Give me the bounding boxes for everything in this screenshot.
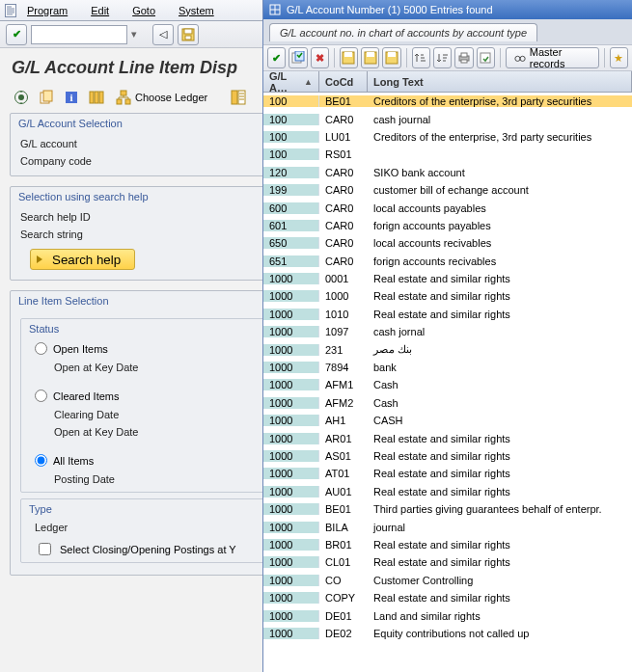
- continue-button[interactable]: ✔: [267, 47, 286, 68]
- table-row[interactable]: 1000AT01Real estate and similar rights: [263, 465, 632, 482]
- table-row[interactable]: 1000CL01Real estate and similar rights: [263, 553, 632, 571]
- table-row[interactable]: 10007894bank: [263, 359, 632, 376]
- table-row[interactable]: 1000COPYReal estate and similar rights: [263, 589, 632, 606]
- cell-gl: 1000: [263, 450, 319, 462]
- menu-edit[interactable]: Edit: [91, 5, 109, 16]
- cell-gl: 1000: [263, 309, 319, 320]
- cell-long: Cash: [368, 379, 632, 390]
- table-row[interactable]: 1000BE01Third parties giving guarantees …: [263, 500, 632, 518]
- data-sources-button[interactable]: [87, 88, 106, 107]
- table-row[interactable]: 1000BR01Real estate and similar rights: [263, 536, 632, 553]
- favorite-button[interactable]: ★: [610, 47, 628, 68]
- save-button[interactable]: [178, 24, 199, 45]
- table-row[interactable]: 100CAR0cash journal: [263, 110, 632, 127]
- table-row[interactable]: 100RS01: [263, 146, 632, 163]
- cell-cocd: CAR0: [319, 237, 368, 249]
- col-long[interactable]: Long Text: [368, 71, 632, 92]
- table-row[interactable]: 1000231بنك مصر: [263, 340, 632, 358]
- svg-rect-33: [388, 52, 396, 57]
- radio-cleared-items[interactable]: [35, 390, 47, 402]
- print-button[interactable]: [454, 47, 473, 68]
- table-row[interactable]: 10001010Real estate and similar rights: [263, 306, 632, 323]
- cell-gl: 1000: [263, 539, 319, 551]
- table-row[interactable]: 1000DE01Land and similar rights: [263, 606, 632, 624]
- back-button[interactable]: ◁: [152, 24, 174, 45]
- command-input[interactable]: [31, 25, 127, 44]
- table-row[interactable]: 1000AFM2Cash: [263, 394, 632, 412]
- svg-rect-31: [367, 52, 374, 57]
- table-row[interactable]: 1000AFM1Cash: [263, 376, 632, 393]
- cell-long: Real estate and similar rights: [368, 273, 632, 284]
- choose-ledger-button[interactable]: Choose Ledger: [116, 90, 207, 105]
- cell-gl: 1000: [263, 379, 319, 390]
- cell-long: forign accounts recivables: [368, 255, 632, 267]
- table-row[interactable]: 1000BILAjournal: [263, 518, 632, 535]
- radio-open-items[interactable]: [35, 342, 47, 355]
- cell-cocd: 7894: [319, 362, 368, 373]
- save2-button[interactable]: [361, 47, 379, 68]
- table-row[interactable]: 651CAR0forign accounts recivables: [263, 253, 632, 270]
- table-row[interactable]: 1000COCustomer Controlling: [263, 572, 632, 589]
- svg-rect-3: [185, 36, 191, 40]
- table-row[interactable]: 120CAR0SIKO bank account: [263, 164, 632, 181]
- popup-tab[interactable]: G/L account no. in chart of accounts by …: [269, 23, 537, 41]
- cell-cocd: CAR0: [319, 184, 368, 196]
- menu-system[interactable]: System: [179, 5, 214, 16]
- cell-gl: 1000: [263, 468, 319, 479]
- search-help-popup: G/L Account Number (1) 5000 Entries foun…: [262, 0, 632, 672]
- table-row[interactable]: 1000AS01Real estate and similar rights: [263, 447, 632, 465]
- cell-cocd: 1010: [319, 309, 368, 320]
- cell-gl: 1000: [263, 575, 319, 586]
- popup-titlebar: G/L Account Number (1) 5000 Entries foun…: [263, 0, 632, 19]
- search-help-button-label: Search help: [52, 253, 121, 267]
- info-button[interactable]: i: [62, 88, 81, 107]
- accept-button[interactable]: ✔: [6, 24, 27, 45]
- table-row[interactable]: 1000DE02Equity contributions not called …: [263, 625, 632, 642]
- cell-long: SIKO bank account: [368, 167, 632, 178]
- menu-program[interactable]: Program: [27, 5, 68, 16]
- multi-select-button[interactable]: [289, 47, 307, 68]
- table-row[interactable]: 601CAR0forign accounts payables: [263, 217, 632, 234]
- table-row[interactable]: 100LU01Creditors of the enterprise, 3rd …: [263, 128, 632, 146]
- glasses-icon: [514, 51, 526, 65]
- sort-asc-button[interactable]: [412, 47, 430, 68]
- account-list-button[interactable]: [229, 88, 248, 107]
- table-row[interactable]: 199CAR0customer bill of echange account: [263, 181, 632, 199]
- search-help-button[interactable]: Search help: [30, 249, 135, 270]
- cell-long: bank: [368, 362, 632, 373]
- svg-rect-15: [121, 91, 126, 95]
- checkbox-closing-opening[interactable]: [39, 543, 51, 555]
- master-records-label: Master records: [530, 46, 591, 69]
- table-row[interactable]: 10001000Real estate and similar rights: [263, 287, 632, 305]
- radio-all-items[interactable]: [35, 454, 47, 467]
- cell-cocd: AU01: [319, 486, 368, 497]
- execute-button[interactable]: [12, 88, 31, 107]
- cancel-button[interactable]: ✖: [311, 47, 329, 68]
- table-row[interactable]: 10000001Real estate and similar rights: [263, 270, 632, 287]
- menu-goto[interactable]: Goto: [132, 5, 155, 16]
- cell-gl: 1000: [263, 273, 319, 284]
- save3-button[interactable]: [382, 47, 400, 68]
- variant-button[interactable]: [37, 88, 56, 107]
- table-row[interactable]: 10001097cash jornal: [263, 323, 632, 340]
- table-row[interactable]: 1000AH1CASH: [263, 412, 632, 429]
- check-icon: ✔: [13, 28, 21, 40]
- cell-cocd: 231: [319, 344, 368, 356]
- table-row[interactable]: 1000AR01Real estate and similar rights: [263, 429, 632, 446]
- sort-desc-button[interactable]: [433, 47, 452, 68]
- export-button[interactable]: [477, 47, 495, 68]
- dropdown-icon[interactable]: ▾: [131, 28, 137, 40]
- col-cocd[interactable]: CoCd: [319, 71, 368, 92]
- save1-button[interactable]: [340, 47, 358, 68]
- cell-cocd: BR01: [319, 539, 368, 551]
- table-row[interactable]: 1000AU01Real estate and similar rights: [263, 483, 632, 500]
- cell-gl: 100: [263, 114, 319, 125]
- cell-long: Real estate and similar rights: [368, 539, 632, 551]
- cell-cocd: BE01: [319, 95, 368, 107]
- table-row[interactable]: 600CAR0local accounts payables: [263, 199, 632, 216]
- master-records-button[interactable]: Master records: [506, 47, 599, 68]
- table-row[interactable]: 100BE01Creditors of the enterprise, 3rd …: [263, 93, 632, 110]
- cell-long: Cash: [368, 397, 632, 409]
- col-gl[interactable]: G/L A…▲: [263, 71, 319, 92]
- table-row[interactable]: 650CAR0local accounts recivables: [263, 234, 632, 252]
